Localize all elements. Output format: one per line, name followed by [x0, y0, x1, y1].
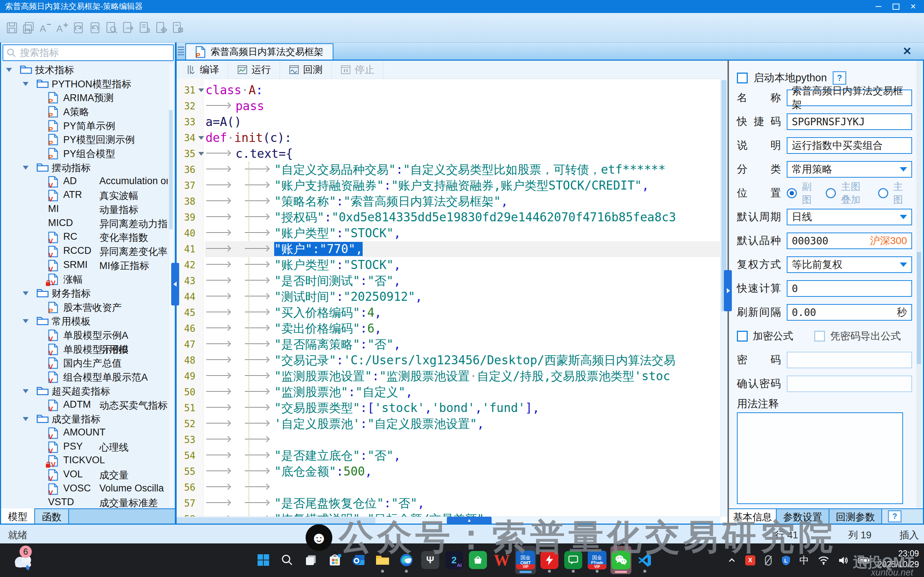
redo-button[interactable]: [87, 17, 103, 39]
dark-app-icon[interactable]: Ψ: [420, 546, 441, 574]
code-line[interactable]: 54"是否建立底仓":"否",: [177, 448, 721, 464]
expander-icon[interactable]: [23, 292, 29, 295]
tree-item-国内生产总值[interactable]: V国内生产总值: [1, 356, 168, 370]
chat-app-icon[interactable]: [563, 546, 584, 574]
start-button[interactable]: [253, 546, 274, 574]
period-dropdown[interactable]: 日线: [787, 209, 912, 225]
code-line[interactable]: 32pass: [177, 98, 721, 114]
tab-list-icon[interactable]: [178, 47, 184, 55]
tree-item-组合模型单股示范A[interactable]: V组合模型单股示范A: [1, 370, 168, 384]
sidebar-tab-函数[interactable]: 函数: [35, 509, 69, 525]
confirm-password-input[interactable]: [787, 376, 912, 392]
code-line[interactable]: 49"监测股票池设置":"监测股票池设置·自定义/持股,交易股票池类型'stoc: [177, 368, 721, 384]
code-line[interactable]: 37"账户支持融资融券":"账户支持融资融券,账户类型STOCK/CREDIT"…: [177, 178, 721, 193]
panel-tab-参数设置[interactable]: 参数设置: [777, 509, 829, 525]
tree-item-VOSC[interactable]: VVOSCVolume Oscilla: [1, 482, 168, 496]
close-button[interactable]: ✕: [905, 0, 922, 13]
code-line[interactable]: 50"监测股票池":"自定义",: [177, 384, 721, 400]
tree-item-摆动指标[interactable]: 摆动指标: [1, 161, 168, 175]
tree-item-常用模板[interactable]: 常用模板: [1, 314, 168, 328]
volume-icon[interactable]: [838, 556, 849, 565]
formula-settings-button[interactable]: [170, 17, 186, 39]
code-line[interactable]: 55"底仓金额":500,: [177, 464, 721, 480]
undo-button[interactable]: [70, 17, 87, 39]
tree-item-单股模型示例A[interactable]: V单股模型示例A: [1, 328, 168, 342]
qmt-app-icon[interactable]: 国金 QMT VIP: [515, 546, 536, 574]
tree-item-单股模型示例B[interactable]: V单股模型示例B引用模: [1, 342, 168, 356]
panel-scrollbar[interactable]: [916, 61, 921, 508]
adjust-dropdown[interactable]: 等比前复权: [787, 256, 912, 273]
tree-item-ATR[interactable]: VATR真实波幅: [1, 189, 168, 203]
usage-textarea[interactable]: [737, 413, 903, 504]
export-document-button[interactable]: [120, 17, 137, 39]
import-document-button[interactable]: [137, 17, 153, 39]
code-line[interactable]: 41"账户":"770",: [177, 241, 721, 257]
运行-button[interactable]: 运行: [228, 61, 280, 79]
code-line[interactable]: 46"卖出价格编码":6,: [177, 321, 721, 337]
tree-item-TICKVOL[interactable]: VTICKVOL: [1, 454, 168, 468]
expander-icon[interactable]: [23, 417, 29, 421]
code-line[interactable]: 40"账户类型":"STOCK",: [177, 225, 721, 241]
tree-item-ADTM[interactable]: VADTM动态买卖气指标: [1, 398, 168, 413]
task-view-icon[interactable]: [300, 546, 321, 574]
document-settings-button[interactable]: [153, 17, 170, 39]
tree-item-SRMI[interactable]: VSRMIMI修正指标: [1, 258, 168, 272]
code-line[interactable]: 31class·A:: [177, 82, 721, 98]
minimize-button[interactable]: [870, 0, 887, 13]
battery-icon[interactable]: [858, 556, 870, 564]
wps-tray-icon[interactable]: X: [745, 555, 755, 566]
code-line[interactable]: 36"自定义交易品种交易":"自定义交易类型比如股票，可转债，etf******: [177, 162, 721, 178]
local-python-checkbox[interactable]: [737, 73, 748, 84]
tree-item-PY简单示例[interactable]: PPY简单示例: [1, 119, 168, 133]
expander-icon[interactable]: [23, 389, 29, 393]
code-area[interactable]: 31class·A:32pass33a=A()34def·init(c):35c…: [177, 79, 721, 517]
find-in-document-button[interactable]: [103, 17, 120, 39]
fold-icon[interactable]: [197, 146, 205, 162]
tree-item-A策略[interactable]: PA策略: [1, 105, 168, 119]
code-line[interactable]: 39"授权码":"0xd5e814335dd5e19830fd29e144620…: [177, 210, 721, 225]
expander-icon[interactable]: [23, 82, 29, 86]
symbol-input[interactable]: 000300沪深300: [787, 232, 912, 249]
code-line[interactable]: 38"策略名称":"索普高频日内算法交易框架",: [177, 193, 721, 210]
code-line[interactable]: 47"是否隔离策略":"否",: [177, 337, 721, 352]
hotkey-input[interactable]: SPGPRNSFJYKJ: [787, 113, 912, 130]
document-tab[interactable]: P 索普高频日内算法交易框架: [185, 44, 334, 60]
code-line[interactable]: 58"恢复模式说明":"目标金额/交易差额",: [177, 511, 721, 517]
mouse-icon[interactable]: [764, 555, 772, 566]
tree-item-财务指标[interactable]: 财务指标: [1, 286, 168, 300]
file-explorer-icon[interactable]: [372, 546, 393, 574]
编译-button[interactable]: 编译: [177, 61, 228, 79]
code-line[interactable]: 35c.text={: [177, 146, 721, 162]
font-increase-button[interactable]: A: [53, 17, 70, 39]
save-all-button[interactable]: [20, 17, 37, 39]
left-collapse-handle[interactable]: [171, 263, 179, 305]
tree-item-VSTD[interactable]: VSTD成交量标准差: [1, 496, 168, 508]
tree-item-PYTHON模型指标[interactable]: PYTHON模型指标: [1, 77, 168, 91]
tree-item-超买超卖指标[interactable]: 超买超卖指标: [1, 384, 168, 398]
tree-item-MI[interactable]: MI动量指标: [1, 203, 168, 217]
font-decrease-button[interactable]: A: [37, 17, 53, 39]
expander-icon[interactable]: [23, 166, 29, 170]
password-input[interactable]: [787, 352, 912, 368]
tree-item-RC[interactable]: VRC变化率指数: [1, 230, 168, 245]
wps-w-icon[interactable]: W: [491, 546, 512, 574]
search-input[interactable]: 搜索指标: [3, 44, 174, 61]
save-button[interactable]: [3, 17, 20, 39]
panel-tab-基本信息[interactable]: 基本信息: [729, 509, 777, 525]
code-line[interactable]: 48"交易记录":'C:/Users/lxg123456/Desktop/西蒙斯…: [177, 352, 721, 368]
tree-item-成交量指标[interactable]: 成交量指标: [1, 412, 168, 426]
right-collapse-handle[interactable]: [724, 270, 732, 311]
vscode-icon[interactable]: [634, 546, 655, 574]
code-line[interactable]: 51"交易股票类型":['stock','bond','fund'],: [177, 400, 721, 416]
export-password-checkbox[interactable]: [814, 331, 825, 342]
tree-item-涨幅[interactable]: V涨幅: [1, 272, 168, 286]
tree-item-PY模型回测示例[interactable]: PPY模型回测示例: [1, 132, 168, 147]
code-line[interactable]: 42"账户类型":"STOCK",: [177, 257, 721, 273]
tree-item-PSY[interactable]: VPSY心理线: [1, 440, 168, 454]
sidebar-tab-模型[interactable]: 模型: [1, 508, 35, 525]
code-line[interactable]: 33a=A(): [177, 114, 721, 130]
tree-item-RCCD[interactable]: VRCCD异同离差变化率: [1, 245, 168, 258]
category-dropdown[interactable]: 常用策略: [787, 161, 912, 178]
tab-close-icon[interactable]: ✕: [903, 45, 912, 57]
refresh-input[interactable]: 0.00秒: [787, 304, 912, 321]
